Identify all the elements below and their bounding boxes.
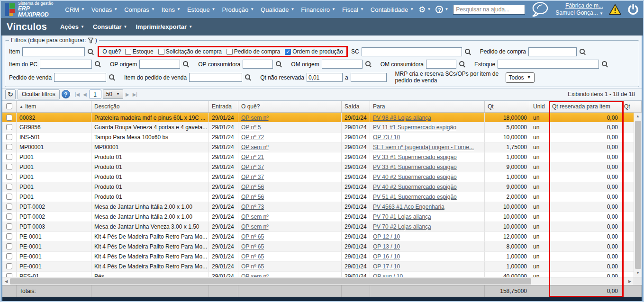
para-link[interactable]: PV 51 #1 Supermercado espigão — [373, 194, 457, 200]
oque-link[interactable]: OP nº 65 — [241, 233, 264, 240]
oque-link[interactable]: OP nº 37 — [241, 164, 264, 170]
page-number-input[interactable]: 1 — [89, 89, 101, 99]
oque-link[interactable]: OP nº 72 — [241, 134, 264, 141]
table-row-10[interactable]: PDT-0002 Mesa de Jantar Linha Itália 2.0… — [2, 202, 634, 212]
row-checkbox[interactable] — [6, 204, 12, 210]
item-pedido-venda-input[interactable] — [189, 73, 242, 82]
table-row-3[interactable]: INS-501 Tampo Para Mesa 100x60 bs 29/01/… — [2, 133, 634, 142]
user-menu[interactable]: Samuel Gonça... ▼ — [555, 9, 603, 17]
topbar-menu-qualidade[interactable]: Qualidade▼ — [261, 6, 294, 13]
search-icon[interactable] — [109, 74, 116, 81]
table-row-8[interactable]: PD01 Produto 01 29/01/24 OP nº 56 29/01/… — [2, 182, 634, 192]
search-icon[interactable] — [94, 61, 101, 68]
chat-icon[interactable] — [530, 1, 550, 18]
header-qt-reservada[interactable]: Qt reservada para item — [549, 101, 621, 112]
prev-page-icon[interactable]: ◀ — [82, 92, 88, 97]
oque-link[interactable]: OP nº 73 — [241, 204, 264, 210]
horizontal-scroll-thumb[interactable] — [10, 278, 531, 284]
row-checkbox[interactable] — [6, 233, 12, 240]
search-icon[interactable] — [579, 48, 586, 55]
table-row-15[interactable]: PE-0001 Kit 4 Pés De Madeira Palito Retr… — [2, 252, 634, 262]
para-link[interactable]: OP 73 / 10 — [373, 134, 400, 141]
topbar-menu-crm[interactable]: CRM▼ — [65, 6, 85, 13]
search-icon[interactable] — [182, 61, 190, 68]
oque-link[interactable]: OP sem nº — [241, 115, 269, 121]
row-checkbox[interactable] — [6, 164, 12, 170]
pedido-venda-input[interactable] — [54, 73, 106, 82]
header-saida[interactable]: Saída — [342, 101, 370, 112]
horizontal-scrollbar[interactable]: ◀ ▶ — [2, 277, 642, 285]
row-checkbox[interactable] — [6, 134, 12, 140]
search-icon[interactable] — [87, 48, 94, 55]
company-link[interactable]: Fábrica de m... — [555, 2, 603, 9]
scroll-right-icon[interactable]: ▶ — [626, 279, 634, 284]
select-all-checkbox[interactable] — [6, 103, 12, 109]
settings-menu[interactable]: ⚙ ▼ — [418, 6, 431, 14]
para-link[interactable]: PV 33 #1 Supermercado espigão — [373, 154, 457, 160]
oque-option-2[interactable]: Solicitação de compra — [158, 48, 222, 55]
para-link[interactable]: PV 70 #1 Lojas aliança — [373, 213, 431, 220]
op-origem-input[interactable] — [139, 60, 180, 69]
row-checkbox[interactable] — [6, 223, 12, 230]
row-checkbox[interactable] — [6, 115, 12, 121]
row-checkbox[interactable] — [6, 243, 12, 249]
row-checkbox[interactable] — [6, 124, 12, 130]
row-checkbox[interactable] — [6, 213, 12, 220]
oque-link[interactable]: OP nº 65 — [241, 243, 264, 250]
table-row-14[interactable]: PE-0001 Kit 4 Pés De Madeira Palito Retr… — [2, 242, 634, 252]
table-row-16[interactable]: PE-0001 Kit 4 Pés De Madeira Palito Retr… — [2, 262, 634, 272]
app-logo[interactable]: Sistema de gestão ERP MAXIPROD — [5, 1, 58, 18]
om-consumidora-input[interactable] — [426, 60, 456, 69]
topbar-menu-compras[interactable]: Compras▼ — [124, 6, 155, 13]
logout-power-icon[interactable] — [627, 3, 639, 16]
para-link[interactable]: PV 33 #1 Supermercado espigão — [373, 164, 457, 170]
para-link[interactable]: OP 13 / 10 — [373, 243, 400, 250]
page-menu-consultar[interactable]: Consultar▼ — [93, 23, 127, 30]
scroll-up-icon[interactable]: ▲ — [634, 113, 642, 120]
para-link[interactable]: SET sem nº (sugerida) origem - Forne... — [373, 144, 474, 151]
table-row-1[interactable]: 00032 Prateleira madeira mdf e pinus 60L… — [2, 113, 634, 123]
table-row-4[interactable]: MP00001 MP00001 29/01/24 OP sem nº 29/01… — [2, 142, 634, 152]
first-page-icon[interactable]: |◀ — [74, 92, 81, 97]
oque-link[interactable]: OP sem nº — [241, 144, 269, 151]
table-row-5[interactable]: PD01 Produto 01 29/01/24 OP nº 21 29/01/… — [2, 152, 634, 162]
table-row-17[interactable]: PES-01 Pés 29/01/24 OP sem nº 29/01/24 O… — [2, 272, 634, 277]
vertical-scroll-thumb[interactable] — [635, 121, 641, 269]
oque-link[interactable]: OP sem nº — [241, 213, 269, 220]
sc-input[interactable] — [362, 47, 462, 56]
topbar-menu-contabilidade[interactable]: Contabilidade▼ — [371, 6, 414, 13]
para-link[interactable]: OP 12 / 10 — [373, 233, 400, 240]
help-menu[interactable]: ? ▼ — [435, 6, 448, 13]
oque-option-3[interactable]: Pedido de compra — [227, 48, 280, 55]
table-row-6[interactable]: PD01 Produto 01 29/01/24 OP nº 37 29/01/… — [2, 162, 634, 172]
para-link[interactable]: PV 4563 #1 Aco Engenharia — [373, 204, 444, 210]
row-checkbox[interactable] — [6, 194, 12, 200]
para-link[interactable]: OP 16 / 10 — [373, 253, 400, 260]
table-row-2[interactable]: GR9856 Guarda Roupa Veneza 4 portas e 4 … — [2, 123, 634, 133]
item-pc-input[interactable] — [40, 60, 92, 69]
filters-legend[interactable]: Filtros (clique para configurar: ) — [9, 37, 99, 44]
table-row-13[interactable]: PE-0001 Kit 4 Pés De Madeira Palito Retr… — [2, 232, 634, 242]
search-icon[interactable] — [601, 61, 608, 68]
header-qt2[interactable]: Qt — [621, 101, 642, 112]
para-link[interactable]: PV 40 #2 Supermercado espigão — [373, 184, 457, 190]
estoque-input[interactable] — [498, 60, 599, 69]
header-unid[interactable]: Unid — [530, 101, 549, 112]
topbar-menu-estoque[interactable]: Estoque▼ — [187, 6, 216, 13]
page-menu-aes[interactable]: Ações▼ — [60, 23, 84, 30]
search-icon[interactable] — [365, 61, 372, 68]
topbar-menu-fiscal[interactable]: Fiscal▼ — [342, 6, 364, 13]
para-link[interactable]: PV 70 #2 Lojas aliança — [373, 223, 431, 230]
search-icon[interactable] — [245, 74, 252, 81]
row-checkbox[interactable] — [6, 273, 12, 277]
para-link[interactable]: PV 11 #1 Supermercado espigão — [373, 124, 456, 131]
topbar-menu-itens[interactable]: Itens▼ — [162, 6, 181, 13]
row-checkbox[interactable] — [6, 184, 12, 190]
row-checkbox[interactable] — [6, 253, 12, 259]
oque-link[interactable]: OP nº 56 — [241, 184, 264, 190]
row-checkbox[interactable] — [6, 263, 12, 269]
oque-link[interactable]: OP nº 65 — [241, 263, 264, 270]
topbar-menu-financeiro[interactable]: Financeiro▼ — [301, 6, 336, 13]
row-checkbox[interactable] — [6, 174, 12, 180]
row-checkbox[interactable] — [6, 154, 12, 160]
